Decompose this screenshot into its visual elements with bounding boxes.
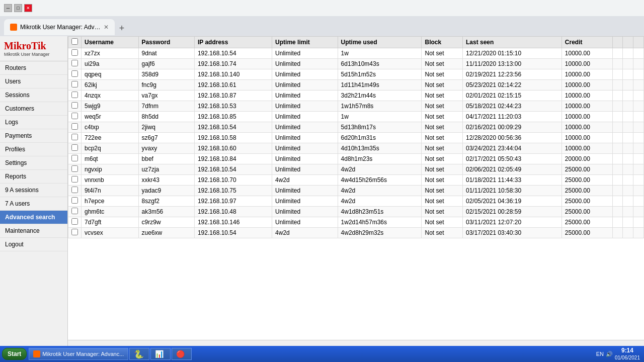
table-row[interactable]: 5wjg9 7dfnm 192.168.10.53 Unlimited 1w1h…: [68, 101, 644, 112]
start-button[interactable]: Start: [2, 348, 27, 360]
table-row[interactable]: h7epce 8szgf2 192.168.10.97 Unlimited 4w…: [68, 196, 644, 207]
cell-uptime-used: 4w4d15h26m56s: [338, 175, 422, 186]
row-select-checkbox[interactable]: [71, 187, 78, 193]
maximize-button[interactable]: □: [14, 4, 22, 12]
row-checkbox[interactable]: [68, 143, 82, 154]
sidebar-item-sessions[interactable]: Sessions: [0, 88, 67, 102]
row-checkbox[interactable]: [68, 196, 82, 207]
row-select-checkbox[interactable]: [71, 197, 78, 204]
table-row[interactable]: c4txp 2jiwq 192.168.10.54 Unlimited 5d13…: [68, 122, 644, 133]
table-row[interactable]: qqpeq 358d9 192.168.10.140 Unlimited 5d1…: [68, 69, 644, 80]
row-checkbox[interactable]: [68, 90, 82, 101]
table-row[interactable]: weq5r 8h5dd 192.168.10.85 Unlimited 1w N…: [68, 112, 644, 122]
row-select-checkbox[interactable]: [71, 218, 78, 225]
taskbar-item-2[interactable]: 🐍: [129, 348, 149, 360]
cell-uptime-limit: Unlimited: [272, 164, 338, 175]
minimize-button[interactable]: ─: [4, 4, 12, 12]
row-select-checkbox[interactable]: [71, 49, 78, 56]
row-select-checkbox[interactable]: [71, 113, 78, 119]
select-all-checkbox[interactable]: [71, 38, 78, 45]
sidebar-item-a-users[interactable]: 7 A users: [0, 197, 67, 211]
cell-extra3: [633, 186, 644, 196]
sidebar-item-logs[interactable]: Logs: [0, 116, 67, 129]
row-checkbox[interactable]: [68, 133, 82, 143]
sidebar-item-settings[interactable]: Settings: [0, 156, 67, 170]
table-row[interactable]: 722ee sz6g7 192.168.10.58 Unlimited 6d20…: [68, 133, 644, 143]
table-row[interactable]: xz7zx 9dnat 192.168.10.54 Unlimited 1w N…: [68, 48, 644, 59]
active-tab[interactable]: Mikrotik User Manager: Advanc... ✕: [4, 19, 115, 35]
sidebar-item-profiles[interactable]: Profiles: [0, 143, 67, 156]
sidebar-item-reports[interactable]: Reports: [0, 170, 67, 184]
taskbar-item-4[interactable]: 🔴: [172, 348, 192, 360]
row-checkbox[interactable]: [68, 186, 82, 196]
cell-username: xz7zx: [82, 48, 139, 59]
volume-icon[interactable]: 🔊: [606, 351, 613, 357]
taskbar-browser-item[interactable]: Mikrotik User Manager: Advanc...: [29, 348, 128, 360]
row-select-checkbox[interactable]: [71, 92, 78, 98]
close-button[interactable]: ✕: [24, 4, 32, 12]
cell-extra2: [623, 59, 633, 69]
row-checkbox[interactable]: [68, 217, 82, 228]
row-checkbox[interactable]: [68, 175, 82, 186]
sidebar-item-customers[interactable]: Customers: [0, 102, 67, 116]
table-row[interactable]: vnnxnb xxkr43 192.168.10.70 4w2d 4w4d15h…: [68, 175, 644, 186]
row-select-checkbox[interactable]: [71, 70, 78, 77]
row-checkbox[interactable]: [68, 112, 82, 122]
horizontal-scrollbar[interactable]: [68, 340, 644, 346]
table-area[interactable]: Username Password IP address Uptime limi…: [68, 36, 644, 346]
row-checkbox[interactable]: [68, 48, 82, 59]
row-select-checkbox[interactable]: [71, 165, 78, 172]
window-controls[interactable]: ─ □ ✕: [4, 4, 32, 12]
header-uptime-limit[interactable]: Uptime limit: [272, 37, 338, 48]
row-select-checkbox[interactable]: [71, 208, 78, 214]
table-row[interactable]: 7d7gft c9rz9w 192.168.10.146 Unlimited 1…: [68, 217, 644, 228]
row-checkbox[interactable]: [68, 101, 82, 112]
sidebar-item-users[interactable]: Users: [0, 75, 67, 88]
header-credit[interactable]: Credit: [561, 37, 612, 48]
table-row[interactable]: bcp2q yvaxy 192.168.10.60 Unlimited 4d10…: [68, 143, 644, 154]
table-row[interactable]: 4nzqx va7gx 192.168.10.87 Unlimited 3d2h…: [68, 90, 644, 101]
header-uptime-used[interactable]: Uptime used: [338, 37, 422, 48]
table-row[interactable]: ngvxip uz7zja 192.168.10.54 Unlimited 4w…: [68, 164, 644, 175]
sidebar-item-maintenance[interactable]: Maintenance: [0, 224, 67, 238]
row-select-checkbox[interactable]: [71, 81, 78, 87]
cell-uptime-used: 4d10h13m35s: [338, 143, 422, 154]
row-checkbox[interactable]: [68, 207, 82, 217]
header-ip[interactable]: IP address: [194, 37, 272, 48]
taskbar-icon-4: 🔴: [176, 350, 185, 358]
row-checkbox[interactable]: [68, 164, 82, 175]
table-row[interactable]: ghm6tc ak3m56 192.168.10.48 Unlimited 4w…: [68, 207, 644, 217]
sidebar-item-advanced-search[interactable]: Advanced search: [0, 211, 67, 224]
table-row[interactable]: 9t4i7n yadac9 192.168.10.75 Unlimited 4w…: [68, 186, 644, 196]
header-checkbox[interactable]: [68, 37, 82, 48]
table-row[interactable]: 62ikj fnc9g 192.168.10.61 Unlimited 1d11…: [68, 80, 644, 90]
table-row[interactable]: ui29a gajf6 192.168.10.74 Unlimited 6d13…: [68, 59, 644, 69]
row-select-checkbox[interactable]: [71, 144, 78, 151]
row-checkbox[interactable]: [68, 59, 82, 69]
table-row[interactable]: vcvsex zue6xw 192.168.10.54 4w2d 4w2d8h2…: [68, 228, 644, 238]
tab-close-button[interactable]: ✕: [104, 24, 109, 31]
header-username[interactable]: Username: [82, 37, 139, 48]
row-select-checkbox[interactable]: [71, 134, 78, 140]
row-checkbox[interactable]: [68, 122, 82, 133]
header-block[interactable]: Block: [422, 37, 463, 48]
row-select-checkbox[interactable]: [71, 229, 78, 235]
taskbar-item-3[interactable]: 📊: [150, 348, 171, 360]
header-last-seen[interactable]: Last seen: [463, 37, 562, 48]
header-password[interactable]: Password: [138, 37, 194, 48]
sidebar-item-logout[interactable]: Logout: [0, 238, 67, 251]
row-select-checkbox[interactable]: [71, 176, 78, 183]
table-row[interactable]: m6qt bbef 192.168.10.84 Unlimited 4d8h1m…: [68, 154, 644, 164]
row-select-checkbox[interactable]: [71, 60, 78, 66]
sidebar-item-payments[interactable]: Payments: [0, 129, 67, 143]
sidebar-item-sessions-count[interactable]: 9 A sessions: [0, 184, 67, 197]
row-select-checkbox[interactable]: [71, 123, 78, 130]
row-select-checkbox[interactable]: [71, 155, 78, 161]
sidebar-item-routers[interactable]: Routers: [0, 61, 67, 75]
row-checkbox[interactable]: [68, 80, 82, 90]
row-checkbox[interactable]: [68, 154, 82, 164]
new-tab-button[interactable]: +: [115, 21, 129, 35]
row-checkbox[interactable]: [68, 69, 82, 80]
row-checkbox[interactable]: [68, 228, 82, 238]
row-select-checkbox[interactable]: [71, 102, 78, 109]
